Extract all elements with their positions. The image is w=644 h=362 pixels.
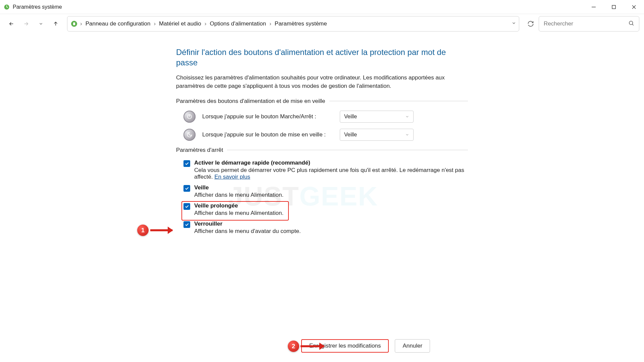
breadcrumb-item[interactable]: Paramètres système xyxy=(275,20,327,27)
back-button[interactable] xyxy=(5,17,18,31)
fast-startup-checkbox-item: Activer le démarrage rapide (recommandé)… xyxy=(176,160,468,180)
power-buttons-section-label: Paramètres des boutons d'alimentation et… xyxy=(176,98,468,105)
svg-line-8 xyxy=(632,24,634,25)
history-dropdown-button[interactable] xyxy=(34,17,48,31)
fast-startup-desc: Cela vous permet de démarrer votre PC pl… xyxy=(194,167,468,180)
svg-point-7 xyxy=(629,21,633,25)
search-box[interactable] xyxy=(539,16,639,32)
hibernate-label: Veille prolongée xyxy=(194,202,283,209)
sleep-checkbox-item: Veille Afficher dans le menu Alimentatio… xyxy=(176,184,468,198)
maximize-button[interactable] xyxy=(604,0,624,14)
sleep-icon xyxy=(183,129,196,141)
titlebar: Paramètres système xyxy=(0,0,644,14)
lock-checkbox-item: Verrouiller Afficher dans le menu d'avat… xyxy=(176,221,468,235)
window-controls xyxy=(584,0,644,14)
svg-rect-6 xyxy=(73,22,75,25)
page-heading: Définir l'action des boutons d'alimentat… xyxy=(176,47,468,68)
navbar: › Panneau de configuration › Matériel et… xyxy=(0,14,644,34)
annotation-badge-2: 2 xyxy=(288,341,299,352)
page-description: Choisissez les paramètres d'alimentation… xyxy=(176,74,468,90)
sleep-button-row: Lorsque j'appuie sur le bouton de mise e… xyxy=(176,129,468,141)
fast-startup-label: Activer le démarrage rapide (recommandé) xyxy=(194,160,468,166)
close-button[interactable] xyxy=(624,0,644,14)
sleep-desc: Afficher dans le menu Alimentation. xyxy=(194,192,283,198)
content-area: Définir l'action des boutons d'alimentat… xyxy=(0,34,644,362)
sleep-checkbox[interactable] xyxy=(183,185,190,192)
dropdown-value: Veille xyxy=(344,132,357,138)
sleep-button-label: Lorsque j'appuie sur le bouton de mise e… xyxy=(202,131,333,138)
shutdown-section-label: Paramètres d'arrêt xyxy=(176,147,468,154)
learn-more-link[interactable]: En savoir plus xyxy=(214,174,250,180)
fast-startup-checkbox[interactable] xyxy=(183,160,190,167)
up-button[interactable] xyxy=(49,17,62,31)
chevron-right-icon: › xyxy=(205,20,207,27)
cancel-button[interactable]: Annuler xyxy=(395,339,430,353)
chevron-down-icon xyxy=(405,133,409,137)
svg-rect-2 xyxy=(612,5,615,9)
control-panel-icon xyxy=(70,20,78,28)
lock-checkbox[interactable] xyxy=(183,221,190,228)
address-bar[interactable]: › Panneau de configuration › Matériel et… xyxy=(67,16,519,32)
power-button-row: Lorsque j'appuie sur le bouton Marche/Ar… xyxy=(176,111,468,123)
refresh-button[interactable] xyxy=(524,17,537,31)
annotation-badge-1: 1 xyxy=(137,225,149,236)
search-input[interactable] xyxy=(544,20,628,27)
breadcrumb-item[interactable]: Matériel et audio xyxy=(159,20,201,27)
sleep-label: Veille xyxy=(194,184,283,191)
breadcrumb: › Panneau de configuration › Matériel et… xyxy=(80,20,327,27)
annotation-arrow-1 xyxy=(150,229,172,231)
hibernate-checkbox[interactable] xyxy=(183,203,190,210)
chevron-right-icon: › xyxy=(154,20,156,27)
app-icon xyxy=(3,4,10,10)
forward-button[interactable] xyxy=(19,17,33,31)
dropdown-value: Veille xyxy=(344,114,357,120)
hibernate-desc: Afficher dans le menu Alimentation. xyxy=(194,210,283,217)
lock-label: Verrouiller xyxy=(194,221,301,227)
breadcrumb-item[interactable]: Options d'alimentation xyxy=(210,20,266,27)
chevron-right-icon: › xyxy=(269,20,271,27)
power-button-dropdown[interactable]: Veille xyxy=(340,111,414,123)
sleep-button-dropdown[interactable]: Veille xyxy=(340,129,414,141)
minimize-button[interactable] xyxy=(584,0,604,14)
divider xyxy=(227,150,468,150)
breadcrumb-item[interactable]: Panneau de configuration xyxy=(86,20,151,27)
power-button-label: Lorsque j'appuie sur le bouton Marche/Ar… xyxy=(202,113,333,120)
search-icon xyxy=(628,20,634,27)
chevron-down-icon xyxy=(405,115,409,119)
section-label-text: Paramètres d'arrêt xyxy=(176,147,223,154)
window-title: Paramètres système xyxy=(13,4,62,10)
section-label-text: Paramètres des boutons d'alimentation et… xyxy=(176,98,325,105)
divider xyxy=(329,101,468,101)
annotation-arrow-2 xyxy=(301,345,324,347)
address-dropdown-icon[interactable] xyxy=(512,21,516,27)
chevron-right-icon: › xyxy=(80,20,82,27)
hibernate-checkbox-item: Veille prolongée Afficher dans le menu A… xyxy=(176,202,468,217)
lock-desc: Afficher dans le menu d'avatar du compte… xyxy=(194,228,301,235)
power-icon xyxy=(183,111,196,123)
